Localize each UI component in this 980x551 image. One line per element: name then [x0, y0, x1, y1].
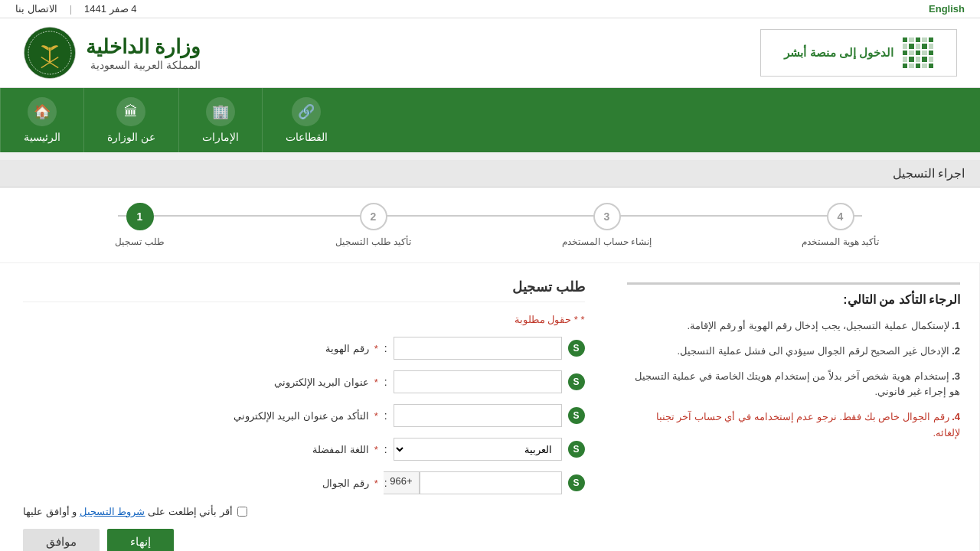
required-star: *: [581, 314, 585, 325]
step-2-circle: 2: [360, 203, 387, 230]
id-number-label: * رقم الهوية: [240, 343, 378, 354]
email-confirm-input[interactable]: [394, 404, 562, 427]
id-number-input[interactable]: [394, 337, 562, 360]
step-3: 3 إنشاء حساب المستخدم: [490, 203, 724, 247]
email-row: S : * عنوان البريد الإلكتروني: [23, 370, 585, 393]
instructions-panel: الرجاء التأكد من التالي: 1. لإستكمال عمل…: [608, 263, 980, 551]
step-1-circle: 1: [126, 203, 154, 230]
phone-input-group: +966: [394, 471, 562, 494]
step-2: 2 تأكيد طلب التسجيل: [256, 203, 490, 247]
header: الدخول إلى منصة أبشر وزارة الداخلية المم…: [0, 18, 980, 88]
main-content: اجراء التسجيل 4 تأكيد هوية المستخدم 3 إن…: [0, 160, 980, 551]
email-confirm-row: S : * التأكد من عنوان البريد الإلكتروني: [23, 404, 585, 427]
nav: 🔗 القطاعات 🏢 الإمارات 🏛 عن الوزارة 🏠 الر…: [0, 88, 980, 152]
phone-row: S +966 : * رقم الجوال: [23, 471, 585, 494]
nav-item-about[interactable]: 🏛 عن الوزارة: [83, 88, 178, 152]
terms-row: أقر بأني إطلعت على شروط التسجيل و أوافق …: [23, 506, 585, 517]
english-link[interactable]: English: [929, 3, 965, 15]
sectors-icon: 🔗: [292, 97, 321, 126]
logo-area: وزارة الداخلية المملكة العربية السعودية: [23, 26, 201, 80]
ministry-emblem: [23, 26, 77, 80]
form-panel: طلب تسجيل * * حقول مطلوبة S : * رقم الهو…: [0, 263, 608, 551]
id-number-row: S : * رقم الهوية: [23, 337, 585, 360]
page-title: اجراء التسجيل: [893, 167, 965, 180]
step-3-circle: 3: [593, 203, 621, 230]
terms-label: أقر بأني إطلعت على شروط التسجيل و أوافق …: [23, 506, 233, 517]
nav-about-label: عن الوزارة: [107, 131, 155, 143]
date-text: 4 صفر 1441: [84, 3, 136, 15]
instruction-4: 4. رقم الجوال خاص بك فقط. نرجو عدم إستخد…: [627, 409, 960, 442]
email-input[interactable]: [394, 370, 562, 393]
instructions-title: الرجاء التأكد من التالي:: [627, 292, 960, 307]
step-2-label: تأكيد طلب التسجيل: [335, 236, 411, 247]
divider: [627, 282, 960, 285]
emirates-icon: 🏢: [206, 97, 235, 126]
approve-button[interactable]: موافق: [23, 529, 100, 551]
phone-label: * رقم الجوال: [240, 478, 378, 489]
form-section: الرجاء التأكد من التالي: 1. لإستكمال عمل…: [0, 263, 980, 551]
logo-text: وزارة الداخلية المملكة العربية السعودية: [86, 35, 201, 71]
about-icon: 🏛: [116, 97, 145, 126]
terms-link[interactable]: شروط التسجيل: [80, 506, 145, 517]
country-name: المملكة العربية السعودية: [86, 59, 201, 71]
phone-number-input[interactable]: [420, 471, 562, 494]
language-label: * اللغة المفضلة: [240, 444, 378, 455]
absher-grid-icon: [903, 37, 933, 68]
step-4-circle: 4: [827, 203, 854, 230]
step-4-label: تأكيد هوية المستخدم: [802, 236, 879, 247]
terms-before: أقر بأني إطلعت على: [148, 506, 233, 517]
terms-checkbox[interactable]: [237, 507, 247, 517]
instruction-1: 1. لإستكمال عملية التسجيل، يجب إدخال رقم…: [627, 318, 960, 334]
steps-bar: 4 تأكيد هوية المستخدم 3 إنشاء حساب المست…: [0, 187, 980, 263]
email-confirm-info-icon[interactable]: S: [568, 407, 585, 424]
home-icon: 🏠: [28, 97, 57, 126]
email-info-icon[interactable]: S: [568, 373, 585, 390]
step-1: 1 طلب تسجيل: [23, 203, 256, 247]
id-info-icon[interactable]: S: [568, 340, 585, 357]
step-4: 4 تأكيد هوية المستخدم: [724, 203, 957, 247]
email-confirm-label: * التأكد من عنوان البريد الإلكتروني: [234, 410, 378, 422]
finish-button[interactable]: إنهاء: [107, 529, 174, 551]
phone-info-icon[interactable]: S: [568, 474, 585, 491]
language-info-icon[interactable]: S: [568, 441, 585, 458]
email-label: * عنوان البريد الإلكتروني: [240, 377, 378, 388]
required-note: * * حقول مطلوبة: [23, 314, 585, 325]
top-bar: English 4 صفر 1441 | الاتصال بنا: [0, 0, 980, 18]
buttons-row: إنهاء موافق: [23, 529, 585, 551]
absher-link[interactable]: الدخول إلى منصة أبشر: [784, 46, 893, 60]
terms-after: و أوافق عليها: [23, 506, 77, 517]
separator: |: [70, 3, 72, 15]
instruction-2: 2. الإدخال غير الصحيح لرقم الجوال سيؤدي …: [627, 344, 960, 360]
contact-text[interactable]: الاتصال بنا: [15, 3, 57, 15]
language-row: S العربية English : * اللغة المفضلة: [23, 438, 585, 461]
nav-item-home[interactable]: 🏠 الرئيسية: [0, 88, 83, 152]
step-1-label: طلب تسجيل: [115, 236, 164, 247]
nav-sectors-label: القطاعات: [286, 131, 328, 143]
step-3-label: إنشاء حساب المستخدم: [562, 236, 652, 247]
nav-emirates-label: الإمارات: [202, 131, 239, 143]
ministry-name: وزارة الداخلية: [86, 35, 201, 59]
nav-item-sectors[interactable]: 🔗 القطاعات: [262, 88, 351, 152]
phone-prefix: +966: [384, 471, 419, 494]
page-title-bar: اجراء التسجيل: [0, 160, 980, 187]
nav-home-label: الرئيسية: [24, 131, 60, 143]
form-title: طلب تسجيل: [23, 279, 585, 302]
absher-box[interactable]: الدخول إلى منصة أبشر: [760, 29, 957, 77]
language-select[interactable]: العربية English: [394, 438, 562, 461]
nav-item-emirates[interactable]: 🏢 الإمارات: [178, 88, 262, 152]
instruction-3: 3. إستخدام هوية شخص آخر بدلاً من إستخدام…: [627, 369, 960, 401]
